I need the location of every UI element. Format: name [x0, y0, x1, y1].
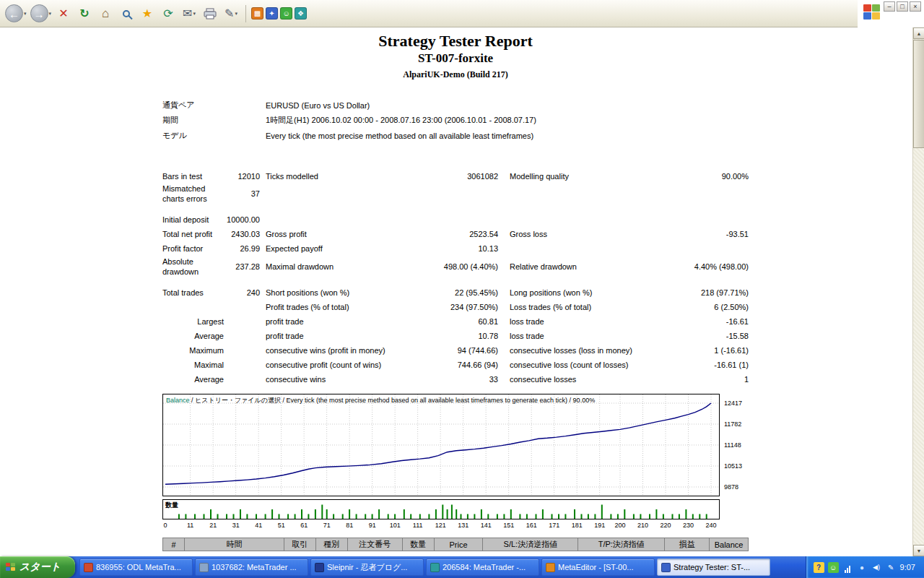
volume-tray-icon[interactable]: ◀): [871, 562, 882, 573]
minimize-button[interactable]: –: [884, 1, 895, 12]
edit-button[interactable]: ✎▾: [222, 4, 240, 23]
x-axis-tick-label: 31: [224, 522, 248, 529]
x-axis-tick-label: 111: [406, 522, 430, 529]
stats-label: Total net profit: [162, 229, 224, 239]
back-button[interactable]: ← ▾: [4, 4, 27, 23]
taskbar-button[interactable]: MetaEditor - [ST-00...: [541, 558, 655, 576]
scrollbar-up-icon[interactable]: ▲: [913, 27, 924, 39]
stats-label: profit trade: [260, 316, 397, 327]
x-axis-tick-label: 11: [178, 522, 203, 529]
close-button[interactable]: ×: [910, 1, 921, 12]
search-button[interactable]: [117, 4, 136, 23]
back-dropdown-icon[interactable]: ▾: [24, 11, 27, 17]
trades-header-cell: S/L:決済逆指値: [483, 538, 578, 551]
trades-header-cell: Price: [435, 538, 484, 551]
taskbar-button[interactable]: 1037682: MetaTrader ...: [195, 558, 308, 576]
home-button[interactable]: ⌂: [96, 4, 115, 23]
trades-header: #時間取引種別注文番号数量PriceS/L:決済逆指値T/P:決済指値損益Bal…: [162, 538, 749, 551]
trades-header-cell: 種別: [316, 538, 348, 551]
scrollbar-down-icon[interactable]: ▼: [913, 545, 924, 556]
param-row: 通貨ペアEURUSD (Euro vs US Dollar): [162, 98, 749, 113]
stats-label: Initial deposit: [162, 215, 224, 225]
stats-value: 10.13: [397, 243, 498, 254]
x-axis-tick-label: 141: [474, 522, 498, 529]
stats-row: Profit factor26.99Expected payoff10.13: [162, 242, 749, 256]
scrollbar-thumb[interactable]: [913, 40, 924, 148]
stats-value: 12010: [224, 171, 260, 181]
favorites-button[interactable]: ★: [138, 4, 157, 23]
stats-value: 3061082: [397, 171, 498, 181]
stats-label: consecutive profit (count of wins): [260, 360, 397, 370]
trades-header-cell: 時間: [185, 538, 284, 551]
stats-value: 22 (95.45%): [397, 288, 498, 298]
stop-button[interactable]: ✕: [54, 4, 73, 23]
mail-dropdown-icon[interactable]: ▾: [193, 11, 196, 17]
edit-dropdown-icon[interactable]: ▾: [235, 11, 237, 17]
taskbar-button[interactable]: Strategy Tester: ST-...: [657, 558, 770, 576]
trades-header-cell: 取引: [284, 538, 316, 551]
plugin-orange-icon[interactable]: ▩: [251, 7, 263, 20]
signal-tray-icon[interactable]: [842, 562, 853, 573]
stats-label: Profit factor: [162, 243, 224, 254]
forward-dropdown-icon[interactable]: ▾: [49, 11, 52, 17]
x-axis-tick-label: 41: [246, 522, 271, 529]
x-axis-tick-label: 181: [565, 522, 589, 529]
taskbar-button[interactable]: 836955: ODL MetaTra...: [79, 558, 193, 576]
stats-value: -16.61: [650, 316, 749, 327]
trades-header-cell: 数量: [403, 538, 435, 551]
stats-label: Gross profit: [260, 229, 397, 239]
x-axis-tick-label: 101: [383, 522, 407, 529]
stats-value: 2430.03: [224, 229, 260, 239]
stats-label: Bars in test: [162, 171, 224, 181]
taskbar-buttons: 836955: ODL MetaTra...1037682: MetaTrade…: [79, 558, 770, 576]
taskbar-button-label: Sleipnir - 忍者ブログ...: [327, 562, 407, 573]
plugin-blue-icon[interactable]: ✦: [266, 7, 278, 20]
balance-line-svg: [163, 394, 719, 496]
stats-value: 10000.00: [224, 215, 260, 225]
pen-tray-icon[interactable]: ✎: [886, 562, 897, 573]
history-button[interactable]: ⟳: [159, 4, 178, 23]
stats-value: 240: [224, 288, 260, 298]
stats-row: Largestprofit trade60.81loss trade-16.61: [162, 314, 749, 329]
print-button[interactable]: [201, 4, 219, 23]
stats-label: Modelling quality: [498, 171, 650, 181]
taskbar-button-icon: [199, 563, 209, 572]
volume-chart: 数量: [162, 499, 720, 519]
vertical-scrollbar[interactable]: ▲ ▼: [912, 27, 924, 556]
help-tray-icon[interactable]: ?: [814, 562, 824, 573]
x-axis-tick-label: 230: [676, 522, 701, 529]
param-label: モデル: [162, 130, 266, 141]
stats-value: 37: [224, 189, 260, 199]
x-axis-tick-label: 171: [542, 522, 567, 529]
messenger-tray-icon[interactable]: ☺: [828, 562, 839, 573]
plugin-green-icon[interactable]: ☺: [280, 7, 292, 20]
stats-label: Total trades: [162, 288, 224, 298]
stats-value: 498.00 (4.40%): [397, 262, 498, 272]
windows-logo-icon: [863, 4, 881, 20]
home-icon: ⌂: [102, 7, 109, 21]
stats-value: -16.61 (1): [650, 360, 749, 370]
stats-label: Maximum: [162, 345, 224, 355]
taskbar-button-label: 206584: MetaTrader -...: [443, 563, 526, 571]
taskbar: スタート 836955: ODL MetaTra...1037682: Meta…: [0, 556, 924, 578]
print-icon: [204, 8, 217, 20]
mail-button[interactable]: ✉▾: [180, 4, 199, 23]
x-axis-tick-label: 200: [608, 522, 632, 529]
window-chrome: – □ ×: [858, 0, 924, 27]
taskbar-button[interactable]: Sleipnir - 忍者ブログ...: [310, 558, 424, 576]
forward-button[interactable]: → ▾: [30, 4, 53, 23]
trades-header-cell: 注文番号: [348, 538, 403, 551]
stats-value: 6 (2.50%): [650, 302, 749, 312]
edit-icon: ✎: [225, 7, 234, 20]
network-tray-icon[interactable]: ●: [857, 562, 868, 573]
plugin-teal-icon[interactable]: ❖: [295, 7, 307, 20]
stats-row: Maximalconsecutive profit (count of wins…: [162, 358, 749, 372]
stats-value: 1 (-16.61): [650, 345, 749, 355]
stats-label: Maximal: [162, 360, 224, 370]
x-axis-tick-label: 151: [497, 522, 521, 529]
refresh-button[interactable]: ↻: [75, 4, 94, 23]
taskbar-button[interactable]: 206584: MetaTrader -...: [426, 558, 539, 576]
start-button[interactable]: スタート: [0, 556, 75, 578]
x-axis-tick-label: 210: [631, 522, 655, 529]
maximize-button[interactable]: □: [897, 1, 908, 12]
